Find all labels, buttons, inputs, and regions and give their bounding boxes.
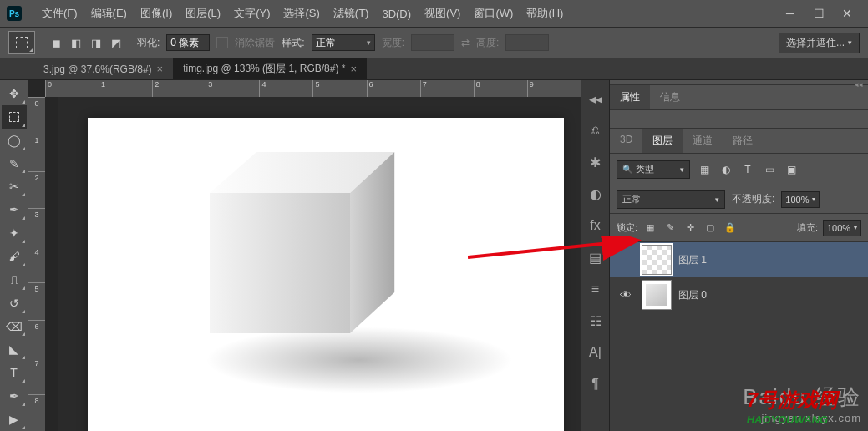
healing-tool[interactable]: ✦ <box>2 221 27 245</box>
tab-label: 3.jpg @ 37.6%(RGB/8#) <box>43 63 152 75</box>
type-tool[interactable]: T <box>2 361 27 384</box>
selection-intersect-icon[interactable]: ◩ <box>107 33 125 52</box>
menu-filter[interactable]: 滤镜(T) <box>327 6 376 21</box>
layer-row[interactable]: 👁 图层 0 <box>610 277 868 312</box>
panel-dock: ◂◂ ⎌ ✱ ◐ fx ▤ ≡ ☷ A| ¶ <box>581 80 609 431</box>
layers-panel-tabs: 3D 图层 通道 路径 <box>610 129 868 154</box>
layers-list: 图层 1 👁 图层 0 <box>610 242 868 431</box>
menu-image[interactable]: 图像(I) <box>134 6 179 21</box>
dock-handle-icon[interactable]: ◂◂ <box>587 90 604 107</box>
document-tabs: 3.jpg @ 37.6%(RGB/8#) × timg.jpg @ 133% … <box>0 58 868 80</box>
menu-window[interactable]: 窗口(W) <box>467 6 520 21</box>
style-select[interactable]: 正常▾ <box>312 34 375 51</box>
history-brush-tool[interactable]: ↺ <box>2 292 27 315</box>
layer-name[interactable]: 图层 0 <box>678 288 707 302</box>
lock-transparent-icon[interactable]: ▦ <box>642 221 657 236</box>
tab-paths[interactable]: 路径 <box>723 129 763 153</box>
navigator-panel-icon[interactable]: ✱ <box>587 154 604 170</box>
tab-info[interactable]: 信息 <box>650 85 690 109</box>
selection-new-icon[interactable]: ◼ <box>47 33 65 52</box>
menu-help[interactable]: 帮助(H) <box>520 6 570 21</box>
layer-row[interactable]: 图层 1 <box>610 242 868 277</box>
canvas-area[interactable]: 0 1 2 3 4 5 6 7 8 9 0 1 2 3 4 5 6 7 8 <box>28 80 581 431</box>
brush-tool[interactable]: 🖌 <box>2 245 27 268</box>
blend-mode-select[interactable]: 正常▾ <box>617 190 725 209</box>
close-button[interactable]: ✕ <box>833 2 861 25</box>
opacity-input[interactable]: 100%▾ <box>781 191 820 208</box>
menu-3d[interactable]: 3D(D) <box>375 8 418 20</box>
tab-close-icon[interactable]: × <box>350 63 357 75</box>
lock-image-icon[interactable]: ✎ <box>662 221 678 236</box>
pen-tool[interactable]: ✒ <box>2 384 27 408</box>
antialias-checkbox <box>216 37 228 48</box>
width-label: 宽度: <box>382 36 404 50</box>
filter-type-icon[interactable]: T <box>740 162 755 177</box>
menu-layer[interactable]: 图层(L) <box>179 6 227 21</box>
menu-view[interactable]: 视图(V) <box>418 6 467 21</box>
layer-name[interactable]: 图层 1 <box>678 253 707 267</box>
lock-position-icon[interactable]: ✛ <box>683 221 698 236</box>
window-controls: ─ ☐ ✕ <box>776 2 861 25</box>
stamp-tool[interactable]: ⎍ <box>2 268 27 292</box>
path-select-tool[interactable]: ▶ <box>2 408 27 431</box>
maximize-button[interactable]: ☐ <box>805 2 833 25</box>
tab-3d[interactable]: 3D <box>610 129 642 153</box>
svg-marker-0 <box>210 193 350 333</box>
right-panels: ◂◂ 属性 信息 3D 图层 通道 路径 类型▾ ▦ ◐ T ▭ ▣ 正常▾ 不… <box>609 80 868 431</box>
document-tab-2[interactable]: timg.jpg @ 133% (图层 1, RGB/8#) * × <box>173 58 367 79</box>
brushes-panel-icon[interactable]: ☷ <box>587 312 604 329</box>
tab-channels[interactable]: 通道 <box>683 129 723 153</box>
lock-all-icon[interactable]: 🔒 <box>723 221 738 236</box>
tab-properties[interactable]: 属性 <box>610 85 650 109</box>
swatches-panel-icon[interactable]: ▤ <box>587 249 604 266</box>
style-label: 样式: <box>282 36 304 50</box>
quick-select-tool[interactable]: ✎ <box>2 152 27 175</box>
layer-thumbnail[interactable] <box>642 280 672 310</box>
layer-filter-row: 类型▾ ▦ ◐ T ▭ ▣ <box>610 154 868 185</box>
layer-filter-type[interactable]: 类型▾ <box>617 160 690 179</box>
tool-preset-button[interactable] <box>8 31 35 54</box>
adjustments-panel-icon[interactable]: ◐ <box>587 185 604 202</box>
lock-label: 锁定: <box>617 221 637 234</box>
minimize-button[interactable]: ─ <box>776 2 805 25</box>
select-and-mask-button[interactable]: 选择并遮住...▾ <box>779 33 860 53</box>
history-panel-icon[interactable]: ⎌ <box>587 122 604 139</box>
tab-label: timg.jpg @ 133% (图层 1, RGB/8#) * <box>183 62 345 76</box>
lock-row: 锁定: ▦ ✎ ✛ ▢ 🔒 填充: 100%▾ <box>610 214 868 242</box>
gradient-tool[interactable]: ◣ <box>2 337 27 361</box>
tab-close-icon[interactable]: × <box>157 63 164 75</box>
layer-thumbnail[interactable] <box>642 245 672 275</box>
menu-type[interactable]: 文字(Y) <box>227 6 277 21</box>
move-tool[interactable]: ✥ <box>2 82 27 105</box>
main-area: ✥ ◯ ✎ ✂ ✒ ✦ 🖌 ⎍ ↺ ⌫ ◣ T ✒ ▶ 0 1 2 3 4 5 … <box>0 80 868 431</box>
paragraph-panel-icon[interactable]: ≡ <box>587 281 604 297</box>
tab-layers[interactable]: 图层 <box>642 129 683 153</box>
filter-smart-icon[interactable]: ▣ <box>784 162 799 177</box>
filter-shape-icon[interactable]: ▭ <box>762 162 777 177</box>
options-bar: ◼ ◧ ◨ ◩ 羽化: 消除锯齿 样式: 正常▾ 宽度: ⇄ 高度: 选择并遮住… <box>0 27 868 58</box>
marquee-tool[interactable] <box>2 105 27 129</box>
antialias-label: 消除锯齿 <box>235 36 275 50</box>
layer-visibility-toggle[interactable]: 👁 <box>617 288 635 302</box>
filter-pixel-icon[interactable]: ▦ <box>697 162 712 177</box>
menu-edit[interactable]: 编辑(E) <box>84 6 134 21</box>
menu-file[interactable]: 文件(F) <box>35 6 84 21</box>
selection-add-icon[interactable]: ◧ <box>67 33 85 52</box>
feather-input[interactable] <box>166 34 210 51</box>
fill-input[interactable]: 100%▾ <box>823 220 861 236</box>
menu-select[interactable]: 选择(S) <box>277 6 326 21</box>
ruler-horizontal: 0 1 2 3 4 5 6 7 8 9 <box>45 80 581 97</box>
eraser-tool[interactable]: ⌫ <box>2 315 27 338</box>
paragraph2-panel-icon[interactable]: ¶ <box>587 376 604 393</box>
document-tab-1[interactable]: 3.jpg @ 37.6%(RGB/8#) × <box>33 58 173 79</box>
height-input <box>505 34 549 51</box>
lock-artboard-icon[interactable]: ▢ <box>703 221 718 236</box>
styles-panel-icon[interactable]: fx <box>587 217 604 234</box>
ruler-vertical: 0 1 2 3 4 5 6 7 8 <box>28 97 45 431</box>
filter-adjust-icon[interactable]: ◐ <box>718 162 733 177</box>
character-panel-icon[interactable]: A| <box>587 344 604 361</box>
selection-subtract-icon[interactable]: ◨ <box>87 33 105 52</box>
eyedropper-tool[interactable]: ✒ <box>2 198 27 221</box>
crop-tool[interactable]: ✂ <box>2 175 27 198</box>
lasso-tool[interactable]: ◯ <box>2 129 27 152</box>
